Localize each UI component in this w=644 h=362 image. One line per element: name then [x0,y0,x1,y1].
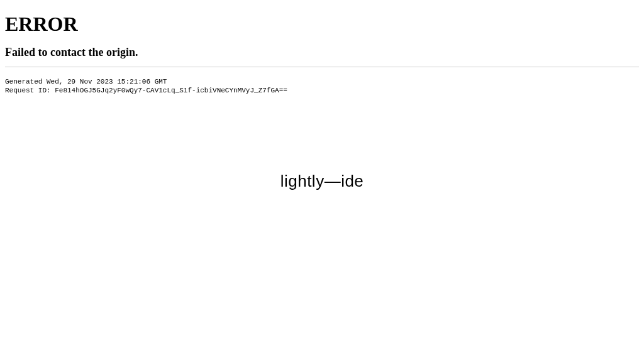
error-metadata: Generated Wed, 29 Nov 2023 15:21:06 GMT … [5,77,639,96]
error-message: Failed to contact the origin. [5,46,639,59]
request-id: Request ID: Fe814hOGJ5GJq2yF0wQy7-CAV1cL… [5,87,287,94]
generated-timestamp: Generated Wed, 29 Nov 2023 15:21:06 GMT [5,78,167,85]
error-title: ERROR [5,13,639,36]
brand-watermark: lightly—ide [280,172,364,191]
divider [5,67,639,67]
